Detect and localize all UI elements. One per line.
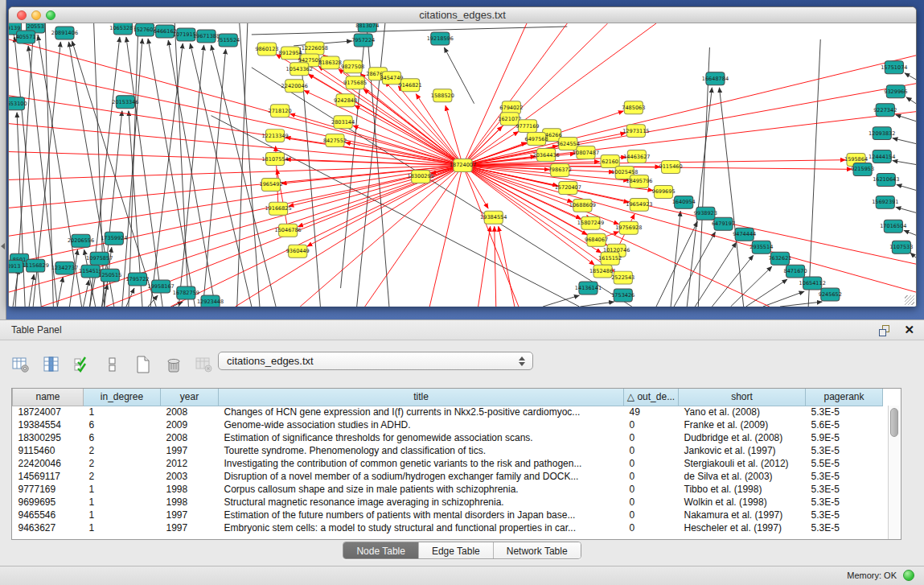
tab-node-table[interactable]: Node Table	[343, 542, 419, 558]
left-splitter[interactable]	[0, 0, 6, 319]
graph-node[interactable]: 10688609	[569, 199, 596, 212]
graph-node[interactable]: 9360449	[286, 245, 310, 257]
select-columns-button[interactable]	[72, 355, 92, 374]
column-header-title[interactable]: title	[219, 389, 624, 406]
graph-node[interactable]: 1588520	[431, 89, 454, 102]
graph-node[interactable]: 16210643	[873, 173, 899, 186]
graph-node[interactable]: 22420046	[281, 80, 308, 93]
graph-node[interactable]: 9474444	[733, 228, 756, 241]
table-row[interactable]: 1456911722003Disruption of a novel membe…	[13, 470, 883, 483]
graph-node[interactable]: 1965492	[259, 178, 282, 191]
graph-node[interactable]: 9860123	[255, 43, 278, 56]
graph-node[interactable]: 8186328	[318, 56, 342, 69]
graph-node[interactable]: 1640954	[672, 196, 696, 208]
column-header-pagerank[interactable]: pagerank	[806, 389, 883, 406]
graph-node[interactable]: 12226058	[302, 42, 328, 55]
graph-node[interactable]: 18724007	[450, 159, 476, 172]
graph-node[interactable]: 8427552	[323, 134, 347, 147]
graph-node[interactable]: 15807249	[577, 216, 604, 229]
graph-node[interactable]: 2718120	[269, 105, 292, 117]
graph-node[interactable]: 7485063	[622, 101, 645, 114]
graph-node[interactable]: 2653100	[9, 97, 27, 110]
row-height-button[interactable]	[103, 355, 122, 374]
graph-node[interactable]: 7515524	[216, 34, 240, 47]
graph-node[interactable]: 15692391	[872, 196, 898, 208]
close-window-button[interactable]	[17, 10, 27, 20]
graph-node[interactable]: 10807487	[573, 146, 599, 159]
graph-node[interactable]: 12213349	[261, 130, 288, 142]
graph-node[interactable]: 19756928	[615, 221, 642, 234]
table-row[interactable]: 1872400712008Changes of HCN gene express…	[13, 406, 883, 418]
graph-node[interactable]: 1250515	[98, 269, 121, 282]
table-selector-combobox[interactable]: citations_edges.txt	[218, 352, 533, 370]
delete-table-button-disabled[interactable]	[195, 355, 214, 374]
graph-node[interactable]: 20153346	[112, 96, 138, 109]
new-attribute-button[interactable]	[133, 355, 153, 374]
column-header-name[interactable]: name	[13, 389, 84, 406]
graph-node[interactable]: 19218596	[427, 32, 454, 45]
graph-node[interactable]: 1615152	[598, 252, 622, 265]
graph-node[interactable]: 1107533	[889, 241, 913, 253]
graph-node[interactable]: 19384554	[480, 211, 507, 224]
graph-node[interactable]: 3913	[9, 260, 23, 273]
graph-node[interactable]: 9777169	[515, 120, 539, 133]
graph-node[interactable]: 16782759	[173, 286, 199, 299]
graph-node[interactable]: 7632621	[768, 252, 791, 265]
graph-node[interactable]: 10543362	[286, 63, 313, 76]
tab-network-table[interactable]: Network Table	[494, 542, 581, 558]
table-row[interactable]: 1938455462009Genome-wide association stu…	[13, 418, 883, 431]
table-scrollbar[interactable]	[888, 406, 900, 540]
table-row[interactable]: 946362711997Embryonic stem cells: a mode…	[13, 521, 883, 534]
graph-node[interactable]: 14055717	[13, 31, 39, 43]
graph-node[interactable]: 18107554	[261, 153, 288, 166]
graph-node[interactable]: 19958167	[148, 280, 175, 293]
graph-node[interactable]: 14136141	[575, 282, 602, 295]
network-window[interactable]: citations_edges.txt 18724007183002951938…	[8, 6, 917, 307]
graph-node[interactable]: 9175685	[343, 76, 367, 89]
graph-node[interactable]: 18300295	[408, 170, 434, 183]
graph-node[interactable]: 10654112	[799, 277, 826, 290]
float-panel-button[interactable]	[879, 324, 892, 337]
graph-node[interactable]: 9827508	[341, 60, 364, 73]
column-header-in_degree[interactable]: in_degree	[84, 389, 161, 406]
graph-node[interactable]: 20206556	[68, 234, 94, 247]
graph-node[interactable]: 9242848	[334, 94, 357, 107]
graph-node[interactable]: 17359924	[101, 232, 127, 245]
graph-node[interactable]: 6479197	[712, 217, 735, 230]
graph-node[interactable]: 1795722	[125, 273, 149, 286]
zoom-window-button[interactable]	[46, 10, 55, 20]
graph-node[interactable]: 19166825	[265, 202, 291, 215]
table-row[interactable]: 911546021997Tourette syndrome. Phenomeno…	[13, 444, 883, 457]
graph-node[interactable]: 9938923	[694, 207, 717, 220]
graph-node[interactable]: 2803144	[331, 116, 355, 129]
graph-node[interactable]: 10975857	[86, 252, 113, 265]
graph-node[interactable]: 18495796	[626, 175, 652, 187]
graph-node[interactable]: 11156829	[23, 259, 49, 272]
graph-node[interactable]: 8813074	[355, 23, 379, 32]
graph-node[interactable]: 12093832	[869, 127, 895, 140]
graph-node[interactable]: 15751074	[881, 61, 907, 74]
graph-node[interactable]: 15720407	[555, 181, 581, 194]
delete-attribute-button[interactable]	[164, 355, 183, 374]
graph-node[interactable]: 7957224	[351, 34, 375, 47]
graph-node[interactable]: 19654923	[626, 198, 652, 211]
graph-node[interactable]: 14463627	[623, 150, 650, 163]
table-row[interactable]: 946554611997Estimation of the future num…	[13, 509, 883, 521]
graph-node[interactable]: 62160	[601, 155, 619, 168]
graph-node[interactable]: 9245652	[819, 288, 842, 301]
table-row[interactable]: 1830029562008Estimation of significance …	[13, 431, 883, 444]
minimize-window-button[interactable]	[31, 10, 41, 20]
network-window-titlebar[interactable]: citations_edges.txt	[9, 7, 916, 23]
table-row[interactable]: 977716911998Corpus callosum shape and si…	[13, 483, 883, 496]
column-header-year[interactable]: year	[161, 389, 219, 406]
network-canvas[interactable]: 1872400718300295193845549860123891295412…	[9, 23, 916, 307]
graph-node[interactable]: 9329966	[884, 85, 907, 98]
show-column-button[interactable]	[42, 355, 61, 374]
graph-node[interactable]: 15046786	[275, 224, 302, 237]
graph-node[interactable]: 9115460	[659, 161, 683, 174]
graph-node[interactable]: 9227342	[873, 104, 897, 117]
table-scrollbar-thumb[interactable]	[890, 408, 898, 437]
tab-edge-table[interactable]: Edge Table	[419, 542, 494, 558]
graph-node[interactable]: 6497568	[525, 133, 548, 146]
graph-node[interactable]: 12973115	[622, 125, 649, 138]
